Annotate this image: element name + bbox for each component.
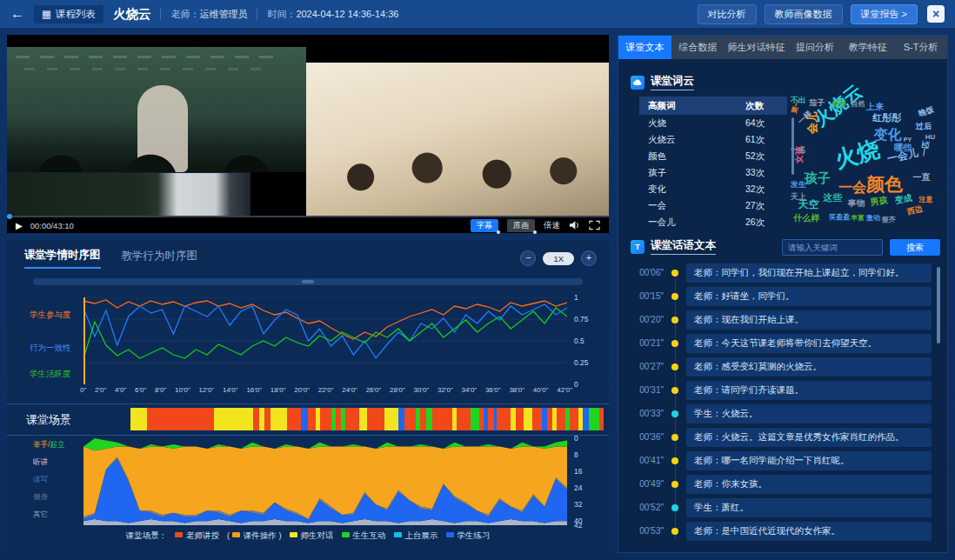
- dialogue-row: 00'33"学生：火烧云。: [625, 404, 940, 423]
- scene-segment: [532, 408, 543, 430]
- scene-segment: [287, 408, 301, 430]
- volume-icon[interactable]: [569, 220, 580, 230]
- scene-segment: [497, 408, 511, 430]
- dialogue-bubble[interactable]: 老师：请同学们齐读课题。: [686, 381, 932, 400]
- dialogue-dot-col: [664, 317, 686, 323]
- teacher-dot-icon: [671, 528, 678, 535]
- video-controls: ▶ 00:00/43:10 字幕 原画 倍速: [7, 217, 609, 233]
- analysis-panel: 课堂文本综合数据师生对话特征提问分析教学特征S-T分析 课堂词云 高频词次数火烧…: [618, 35, 948, 553]
- table-row: 火烧64次: [639, 115, 787, 131]
- analysis-tab[interactable]: 课堂文本: [618, 36, 671, 59]
- dialogue-dot-col: [664, 270, 686, 277]
- x-tick-label: 26'0": [366, 386, 382, 394]
- scene-segment: [345, 408, 359, 430]
- cloud-word: PY: [904, 137, 912, 143]
- dialogue-bubble[interactable]: 老师：哪一名同学能介绍一下肖红呢。: [686, 451, 932, 470]
- dialogue-dot-col: [664, 340, 686, 347]
- scene-segment: [320, 408, 331, 430]
- analysis-tab[interactable]: S-T分析: [894, 36, 947, 59]
- play-icon[interactable]: ▶: [16, 221, 23, 230]
- scene-segment: [301, 408, 308, 430]
- analysis-tab[interactable]: 提问分析: [789, 36, 842, 59]
- count-cell: 33次: [745, 167, 787, 179]
- dialogue-time: 00'49": [625, 479, 664, 489]
- word-cell: 孩子: [639, 167, 745, 179]
- time-axis: 0"2'0"4'0"6'0"8'0"10'0"12'0"14'0"16'0"18…: [80, 386, 572, 394]
- dialogue-bubble[interactable]: 老师：感受变幻莫测的火烧云。: [686, 357, 932, 377]
- count-cell: 27次: [745, 200, 787, 212]
- dialogue-time: 00'20": [625, 315, 664, 324]
- dialogue-time: 00'06": [625, 268, 664, 277]
- keyword-search-input[interactable]: [782, 239, 883, 256]
- divider: [257, 8, 257, 20]
- x-tick-label: 16'0": [246, 386, 262, 394]
- topbar-action-button[interactable]: 教师画像数据: [765, 4, 843, 24]
- teacher-dot-icon: [671, 293, 678, 300]
- dialogue-time: 00'15": [625, 291, 664, 301]
- cloud-word: 一会: [838, 181, 866, 195]
- line-chart-yaxis: 10.750.50.250: [574, 297, 605, 384]
- cloud-word: 火烧: [832, 137, 882, 170]
- dialogue-dot-col: [664, 528, 686, 535]
- video-player[interactable]: ▶ 00:00/43:10 字幕 原画 倍速: [7, 35, 609, 233]
- legend-item: 老师讲授: [175, 530, 219, 542]
- student-dot-icon: [671, 410, 678, 417]
- dialogue-row: 00'49"老师：你来女孩。: [625, 475, 940, 493]
- cloud-word: 西边: [906, 205, 924, 217]
- dialogue-bubble[interactable]: 老师：同学们，我们现在开始上课起立，同学们好。: [686, 263, 932, 283]
- analysis-tab[interactable]: 教学特征: [841, 36, 894, 59]
- dialogue-row: 00'52"学生：萧红。: [625, 498, 940, 517]
- legend-item: 学生练习: [446, 530, 491, 542]
- scene-segment: [367, 408, 384, 430]
- timeline-scrollbar[interactable]: [33, 278, 583, 285]
- wordcloud-title: 课堂词云: [651, 74, 694, 90]
- word-cloud: 火烧火烧云颜色变化孩子一会一会儿红彤彤会儿这些天空事物男孩变成注意西边什么样笑盈…: [789, 77, 944, 234]
- topbar-action-button[interactable]: 课堂报告 >: [851, 4, 918, 24]
- legend-label: 学生练习: [457, 530, 491, 540]
- cloud-word: 注意: [919, 197, 933, 203]
- dialogue-bubble[interactable]: 老师：你来女孩。: [686, 475, 932, 494]
- search-button[interactable]: 搜索: [890, 239, 940, 256]
- dialogue-dot-col: [664, 293, 686, 300]
- scene-segment: [583, 408, 590, 430]
- cloud-word: 丰富: [851, 215, 865, 222]
- dialogue-bubble[interactable]: 老师：火烧云。这篇文章是优秀女作家肖红的作品。: [686, 428, 932, 447]
- analysis-tab[interactable]: 师生对话特征: [725, 36, 789, 59]
- speed-button[interactable]: 倍速: [544, 220, 560, 231]
- subtitle-toggle[interactable]: 字幕: [471, 219, 498, 232]
- dialogue-bubble[interactable]: 老师：好请坐，同学们。: [686, 287, 932, 306]
- tab-behavior-timeline[interactable]: 教学行为时序图: [122, 249, 198, 268]
- dialogue-time: 00'36": [625, 432, 664, 442]
- dialogue-bubble[interactable]: 老师：现在我们开始上课。: [686, 310, 932, 330]
- scene-segment: [589, 408, 599, 430]
- cloud-word: HU: [925, 134, 936, 141]
- y-tick-label: 0: [574, 380, 578, 389]
- fullscreen-icon[interactable]: [589, 220, 600, 230]
- scene-legend: 课堂场景：老师讲授( 课件操作 )师生对话生生互动上台展示学生练习: [7, 530, 609, 542]
- zoom-controls: − 1X +: [520, 250, 597, 266]
- x-tick-label: 4'0": [115, 386, 126, 394]
- dialogue-bubble[interactable]: 学生：火烧云。: [686, 404, 932, 423]
- header-word: 高频词: [639, 100, 745, 112]
- course-list-button[interactable]: ▦ 课程列表: [34, 5, 104, 23]
- zoom-out-button[interactable]: −: [520, 250, 536, 266]
- close-icon[interactable]: ×: [927, 5, 945, 23]
- tab-xueqing-timeline[interactable]: 课堂学情时序图: [24, 248, 101, 269]
- cloud-word: 天空: [798, 199, 819, 210]
- zoom-in-button[interactable]: +: [581, 250, 597, 266]
- zoom-level[interactable]: 1X: [543, 252, 574, 265]
- teacher-camera-video: [7, 47, 306, 172]
- back-icon[interactable]: ←: [10, 6, 24, 22]
- table-row: 变化32次: [639, 181, 787, 197]
- quality-button[interactable]: 原画: [507, 219, 535, 232]
- dialogue-section-header: T 课堂话语文本: [631, 238, 716, 255]
- paren: (: [227, 530, 232, 540]
- cloud-word: 女孩: [795, 146, 804, 163]
- scene-segment: [384, 408, 398, 430]
- dialogue-bubble[interactable]: 老师：今天这节课老师将带你们去仰望天空。: [686, 334, 932, 353]
- dialogue-bubble[interactable]: 学生：萧红。: [686, 498, 932, 517]
- dialogue-bubble[interactable]: 老师：是中国近代近现代的女作家。: [686, 522, 932, 541]
- analysis-tab[interactable]: 综合数据: [671, 36, 725, 59]
- topbar-action-button[interactable]: 对比分析: [698, 4, 757, 24]
- chart-tabs: 课堂学情时序图 教学行为时序图 − 1X +: [24, 248, 597, 269]
